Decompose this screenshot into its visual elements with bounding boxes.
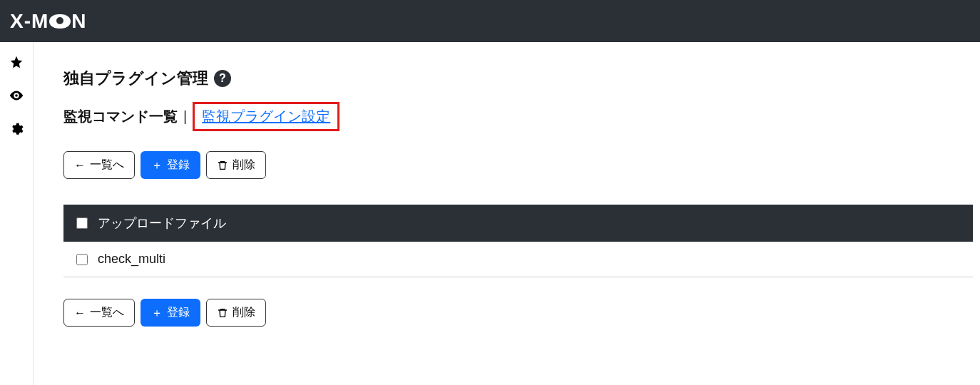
register-button[interactable]: ＋ 登録 <box>141 151 200 179</box>
toolbar-top: ← 一覧へ ＋ 登録 削除 <box>63 151 973 179</box>
back-button-label: 一覧へ <box>90 305 124 320</box>
table-row: check_multi <box>63 242 973 277</box>
delete-button-label: 削除 <box>233 158 255 173</box>
eye-icon <box>49 14 71 29</box>
register-button[interactable]: ＋ 登録 <box>141 299 200 327</box>
select-all-checkbox[interactable] <box>76 217 88 229</box>
breadcrumb-link-plugin-settings[interactable]: 監視プラグイン設定 <box>193 102 340 131</box>
plus-icon: ＋ <box>151 307 163 319</box>
sidebar <box>0 42 34 385</box>
help-icon[interactable]: ? <box>214 70 231 87</box>
gear-icon[interactable] <box>9 122 24 136</box>
star-icon[interactable] <box>9 55 24 69</box>
row-filename: check_multi <box>98 252 165 267</box>
arrow-left-icon: ← <box>74 307 86 319</box>
breadcrumb: 監視コマンド一覧 | 監視プラグイン設定 <box>63 102 973 131</box>
delete-button-label: 削除 <box>233 305 255 320</box>
back-button[interactable]: ← 一覧へ <box>63 151 135 179</box>
table-header: アップロードファイル <box>63 205 973 242</box>
plus-icon: ＋ <box>151 160 163 171</box>
trash-icon <box>217 307 228 319</box>
register-button-label: 登録 <box>167 305 190 320</box>
register-button-label: 登録 <box>167 158 190 173</box>
arrow-left-icon: ← <box>74 160 86 171</box>
back-button-label: 一覧へ <box>90 158 124 173</box>
logo-text-prefix: X-M <box>10 10 49 33</box>
main-content: 独自プラグイン管理 ? 監視コマンド一覧 | 監視プラグイン設定 ← 一覧へ ＋… <box>34 42 980 385</box>
file-table: アップロードファイル check_multi <box>63 205 973 277</box>
back-button[interactable]: ← 一覧へ <box>63 299 135 327</box>
toolbar-bottom: ← 一覧へ ＋ 登録 削除 <box>63 299 973 327</box>
table-header-label: アップロードファイル <box>98 215 226 232</box>
breadcrumb-current: 監視コマンド一覧 <box>63 107 178 126</box>
delete-button[interactable]: 削除 <box>206 151 266 179</box>
topbar: X-M N <box>0 0 980 42</box>
delete-button[interactable]: 削除 <box>206 299 266 327</box>
eye-icon[interactable] <box>9 88 24 103</box>
breadcrumb-divider: | <box>183 108 187 125</box>
app-logo: X-M N <box>10 10 87 33</box>
row-checkbox[interactable] <box>76 254 88 265</box>
trash-icon <box>217 160 228 171</box>
page-title: 独自プラグイン管理 <box>63 68 208 89</box>
logo-text-suffix: N <box>71 10 86 33</box>
